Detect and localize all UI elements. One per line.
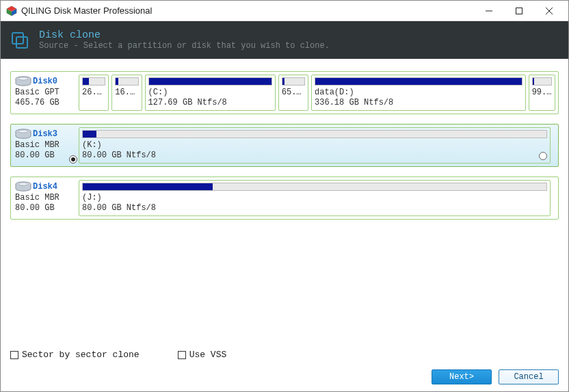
disk-radio[interactable]: [69, 155, 77, 164]
partition[interactable]: (K:)80.00 GB Ntfs/8: [79, 127, 551, 164]
partition-row: (K:)80.00 GB Ntfs/8: [76, 125, 558, 166]
page-subtitle: Source - Select a partition or disk that…: [39, 41, 330, 51]
usage-bar: [82, 77, 105, 86]
usage-fill: [83, 183, 213, 190]
partition[interactable]: data(D:)336.18 GB Ntfs/8: [311, 75, 526, 111]
svg-rect-5: [516, 8, 522, 14]
disk-name: Disk0: [33, 77, 57, 86]
usage-bar: [148, 77, 272, 86]
checkbox-box: [178, 351, 186, 359]
options-row: Sector by sector clone Use VSS: [10, 350, 226, 360]
usage-bar: [82, 130, 547, 138]
clone-icon: [10, 31, 29, 50]
footer-buttons: Next> Cancel: [432, 369, 559, 384]
disk-info: Disk3Basic MBR80.00 GB: [11, 125, 76, 166]
usage-bar: [315, 77, 522, 86]
next-button[interactable]: Next>: [432, 369, 492, 384]
window-controls: [474, 1, 564, 21]
use-vss-checkbox[interactable]: Use VSS: [178, 350, 227, 360]
sector-clone-label: Sector by sector clone: [22, 350, 140, 360]
disk-size: 80.00 GB: [15, 203, 72, 213]
partition-label: (J:): [82, 193, 547, 203]
partition-label: (K:): [82, 140, 547, 151]
cancel-button[interactable]: Cancel: [499, 369, 559, 384]
hdd-icon: [15, 181, 31, 192]
partition[interactable]: 16...: [111, 75, 142, 111]
partition-row: 26...16...(C:)127.69 GB Ntfs/865...data(…: [76, 72, 558, 114]
partition-detail: 80.00 GB Ntfs/8: [82, 151, 547, 161]
usage-bar: [82, 183, 547, 191]
disk-size: 80.00 GB: [15, 151, 72, 160]
disk-type: Basic MBR: [15, 140, 72, 150]
svg-point-11: [18, 77, 28, 80]
disk-name: Disk4: [33, 182, 57, 192]
use-vss-label: Use VSS: [189, 350, 227, 360]
page-title: Disk clone: [39, 29, 330, 41]
sector-clone-checkbox[interactable]: Sector by sector clone: [10, 350, 140, 360]
disk-row[interactable]: Disk3Basic MBR80.00 GB(K:)80.00 GB Ntfs/…: [10, 124, 559, 167]
usage-fill: [315, 78, 522, 85]
svg-point-13: [18, 130, 28, 133]
close-button[interactable]: [534, 1, 564, 21]
disk-list: Disk0Basic GPT465.76 GB26...16...(C:)127…: [1, 59, 568, 342]
minimize-button[interactable]: [474, 1, 504, 21]
disk-row[interactable]: Disk0Basic GPT465.76 GB26...16...(C:)127…: [10, 71, 559, 114]
titlebar: QILING Disk Master Professional: [1, 1, 568, 21]
usage-fill: [83, 78, 89, 85]
disk-type: Basic MBR: [15, 193, 72, 202]
checkbox-box: [10, 351, 18, 359]
usage-bar: [282, 77, 305, 86]
usage-fill: [116, 78, 118, 85]
disk-type: Basic GPT: [15, 88, 72, 97]
partition[interactable]: 99...: [529, 75, 555, 111]
hdd-icon: [15, 76, 31, 87]
partition-detail: 80.00 GB Ntfs/8: [82, 203, 547, 213]
hdd-icon: [15, 129, 31, 140]
usage-bar: [532, 77, 552, 86]
usage-fill: [533, 78, 534, 85]
disk-row[interactable]: Disk4Basic MBR80.00 GB(J:)80.00 GB Ntfs/…: [10, 177, 559, 220]
partition-detail: 336.18 GB Ntfs/8: [315, 98, 522, 108]
usage-bar: [115, 77, 138, 86]
partition-radio[interactable]: [539, 152, 547, 160]
usage-fill: [83, 131, 96, 138]
partition-detail: 26...: [82, 88, 105, 98]
svg-point-15: [18, 183, 28, 185]
svg-rect-9: [16, 37, 27, 48]
app-icon: [6, 5, 17, 16]
partition[interactable]: 26...: [79, 75, 109, 111]
window-title: QILING Disk Master Professional: [21, 5, 474, 16]
usage-fill: [282, 78, 284, 85]
partition-label: (C:): [148, 88, 272, 98]
svg-rect-8: [12, 33, 23, 44]
partition-detail: 16...: [115, 88, 138, 98]
partition[interactable]: 65...: [278, 75, 308, 111]
header-text: Disk clone Source - Select a partition o…: [39, 29, 330, 51]
partition-row: (J:)80.00 GB Ntfs/8: [76, 177, 558, 219]
disk-info: Disk0Basic GPT465.76 GB: [11, 72, 76, 114]
disk-name: Disk3: [33, 129, 57, 139]
disk-size: 465.76 GB: [15, 98, 72, 107]
partition[interactable]: (C:)127.69 GB Ntfs/8: [145, 75, 276, 111]
partition-label: data(D:): [315, 88, 522, 98]
partition-detail: 127.69 GB Ntfs/8: [148, 98, 272, 108]
partition-detail: 65...: [282, 88, 305, 98]
partition-detail: 99...: [532, 88, 552, 98]
disk-info: Disk4Basic MBR80.00 GB: [11, 177, 76, 219]
maximize-button[interactable]: [504, 1, 534, 21]
partition[interactable]: (J:)80.00 GB Ntfs/8: [79, 180, 551, 216]
usage-fill: [149, 78, 272, 85]
page-header: Disk clone Source - Select a partition o…: [1, 21, 568, 59]
